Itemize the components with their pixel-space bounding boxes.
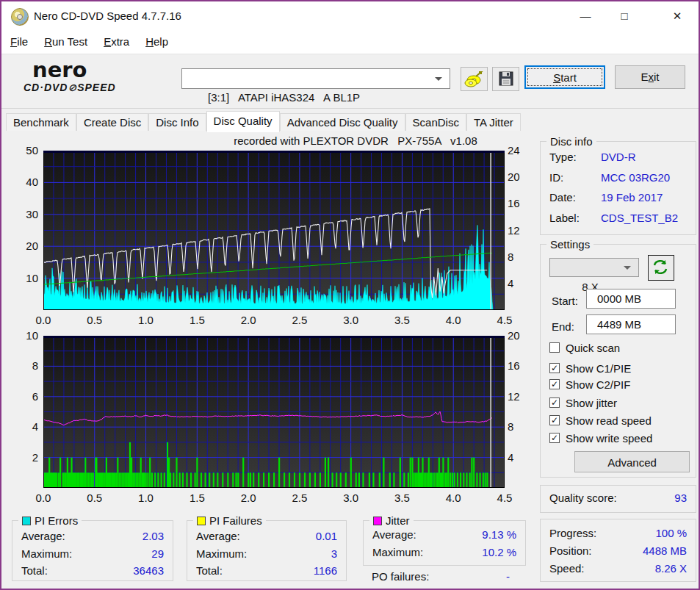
y-left-tick: 20: [9, 240, 38, 252]
x-tick: 1.0: [134, 314, 158, 326]
maximize-button[interactable]: □: [607, 1, 641, 31]
y-right-tick: 20: [508, 329, 533, 342]
x-tick: 2.0: [237, 314, 260, 326]
refresh-icon: [649, 256, 672, 278]
pi-failures-legend-swatch: [197, 517, 206, 525]
menu-extra[interactable]: Extra: [96, 31, 137, 53]
y-left-tick: 40: [9, 176, 38, 188]
x-tick: 4.5: [493, 492, 516, 504]
y-left-tick: 10: [9, 329, 38, 342]
x-tick: 3.5: [390, 492, 414, 504]
tab-advanced-disc-quality[interactable]: Advanced Disc Quality: [280, 113, 405, 132]
chart-plot: [43, 151, 505, 310]
checkbox-label: Show jitter: [566, 397, 617, 409]
y-left-tick: 10: [9, 272, 38, 284]
tab-benchmark[interactable]: Benchmark: [6, 113, 76, 132]
x-tick: 2.5: [288, 492, 311, 504]
jitter-maximum-value: 10.2 %: [482, 546, 516, 558]
title-bar: Nero CD-DVD Speed 4.7.7.16 — □ ✕: [1, 1, 699, 31]
disc-id-label: ID:: [549, 171, 563, 184]
pi-errors-legend-swatch: [22, 517, 31, 525]
minimize-button[interactable]: —: [569, 1, 602, 31]
pi-errors-chart: [43, 151, 505, 310]
x-tick: 1.5: [185, 314, 209, 326]
tab-disc-quality[interactable]: Disc Quality: [206, 111, 280, 132]
window-title: Nero CD-DVD Speed 4.7.7.16: [34, 10, 181, 22]
menu-file[interactable]: File: [3, 31, 35, 53]
checkbox-group: Quick scan✓Show C1/PIE✓Show C2/PIF✓Show …: [541, 340, 697, 450]
menu-run-test[interactable]: Run Test: [37, 31, 95, 53]
checkbox-label: Show read speed: [566, 414, 652, 427]
app-window: Nero CD-DVD Speed 4.7.7.16 — □ ✕ FileRun…: [0, 0, 700, 590]
chart-title: recorded with PLEXTOR DVDR PX-755A v1.08: [98, 134, 613, 147]
chevron-down-icon: [624, 266, 631, 270]
advanced-button[interactable]: Advanced: [574, 451, 690, 472]
close-button[interactable]: ✕: [660, 1, 694, 31]
checkbox-label: Show C2/PIF: [566, 378, 630, 391]
jitter-maximum-label: Maximum:: [372, 546, 423, 558]
speed-value: 8.26 X: [655, 562, 687, 575]
pi-errors-total-label: Total:: [21, 564, 48, 577]
menu-help[interactable]: Help: [138, 31, 176, 53]
exit-button[interactable]: Exit: [615, 65, 685, 89]
y-left-tick: 2: [9, 451, 38, 464]
y-left-tick: 8: [9, 359, 38, 372]
exit-button-label: Exit: [641, 71, 659, 83]
drive-select[interactable]: [3:1] ATAPI iHAS324 A BL1P: [181, 68, 450, 89]
y-right-tick: 12: [508, 390, 533, 403]
x-tick: 0.0: [32, 492, 55, 504]
disc-label-label: Label:: [549, 212, 580, 224]
checked-checkbox-icon: ✓: [549, 363, 560, 373]
quality-score-value: 93: [674, 492, 687, 504]
tab-create-disc[interactable]: Create Disc: [76, 113, 148, 132]
refresh-button[interactable]: [648, 255, 674, 281]
eject-button[interactable]: [461, 67, 488, 91]
po-failures-value: -: [506, 570, 510, 583]
save-button[interactable]: [492, 67, 519, 91]
quality-score-label: Quality score:: [549, 492, 617, 504]
pi-failures-total-value: 1166: [314, 564, 337, 577]
disc-date-label: Date:: [549, 191, 576, 204]
x-tick: 3.5: [390, 314, 414, 326]
position-label: Position:: [549, 544, 592, 557]
y-left-tick: 50: [9, 144, 38, 157]
unchecked-checkbox-icon: [549, 342, 560, 353]
tab-scandisc[interactable]: ScanDisc: [405, 113, 466, 132]
chart-plot: [43, 336, 505, 488]
disc-type-value: DVD-R: [601, 151, 636, 163]
pi-failures-chart: [43, 336, 505, 488]
toolbar: nero CD·DVD⊘SPEED [3:1] ATAPI iHAS324 A …: [1, 54, 699, 109]
maximize-icon: □: [621, 10, 627, 22]
y-left-tick: 4: [9, 420, 38, 433]
y-left-tick: 30: [9, 208, 38, 220]
scan-speed-select[interactable]: 8 X: [549, 258, 639, 277]
y-right-tick: 4: [508, 451, 533, 464]
tab-ta-jitter[interactable]: TA Jitter: [466, 113, 521, 132]
pi-errors-stats-title: PI Errors: [35, 514, 78, 527]
start-position-input[interactable]: 0000 MB: [586, 289, 676, 309]
tab-bar: BenchmarkCreate DiscDisc InfoDisc Qualit…: [6, 111, 696, 131]
start-button[interactable]: Start: [524, 65, 605, 89]
tab-disc-info[interactable]: Disc Info: [148, 113, 206, 132]
end-position-input[interactable]: 4489 MB: [586, 314, 676, 334]
checkbox-label: Quick scan: [566, 342, 620, 354]
jitter-stats-title: Jitter: [386, 514, 410, 527]
pi-failures-average-value: 0.01: [316, 530, 337, 542]
x-tick: 2.5: [288, 314, 311, 326]
y-right-tick: 8: [508, 251, 533, 263]
advanced-button-label: Advanced: [607, 456, 657, 469]
x-tick: 0.5: [83, 314, 107, 326]
x-tick: 1.0: [134, 492, 158, 504]
pi-failures-maximum-label: Maximum:: [196, 547, 247, 560]
y-right-tick: 16: [508, 197, 533, 209]
chevron-down-icon: [435, 77, 442, 81]
disc-info-title: Disc info: [550, 135, 593, 148]
x-tick: 0.0: [32, 314, 55, 326]
po-failures-label: PO failures:: [372, 570, 429, 583]
eject-disc-icon: [461, 68, 487, 90]
minimize-icon: —: [580, 10, 591, 22]
disc-info-box: Disc info Type:DVD-R ID:MCC 03RG20 Date:…: [540, 141, 696, 235]
checkbox-label: Show C1/PIE: [566, 362, 631, 375]
menu-bar: FileRun TestExtraHelp: [1, 31, 699, 54]
jitter-legend-swatch: [373, 517, 382, 525]
